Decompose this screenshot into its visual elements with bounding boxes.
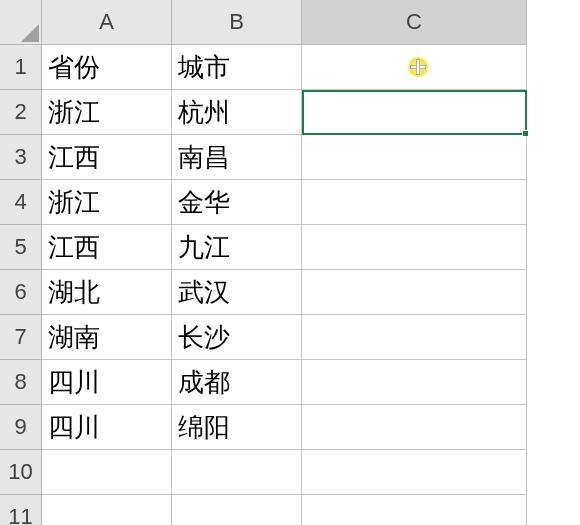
cell-a4[interactable]: 浙江	[42, 180, 172, 225]
cell-a5[interactable]: 江西	[42, 225, 172, 270]
cell-b11[interactable]	[172, 495, 302, 525]
cell-a11[interactable]	[42, 495, 172, 525]
row-header-5[interactable]: 5	[0, 225, 42, 270]
row-header-9[interactable]: 9	[0, 405, 42, 450]
row-header-7[interactable]: 7	[0, 315, 42, 360]
row-header-1[interactable]: 1	[0, 45, 42, 90]
cell-a2[interactable]: 浙江	[42, 90, 172, 135]
row-header-11[interactable]: 11	[0, 495, 42, 525]
cell-a8[interactable]: 四川	[42, 360, 172, 405]
cell-b1[interactable]: 城市	[172, 45, 302, 90]
cell-b2[interactable]: 杭州	[172, 90, 302, 135]
cell-a9[interactable]: 四川	[42, 405, 172, 450]
cell-c10[interactable]	[302, 450, 527, 495]
col-header-c[interactable]: C	[302, 0, 527, 45]
cell-c6[interactable]	[302, 270, 527, 315]
row-header-6[interactable]: 6	[0, 270, 42, 315]
cell-a1[interactable]: 省份	[42, 45, 172, 90]
row-header-8[interactable]: 8	[0, 360, 42, 405]
cell-b6[interactable]: 武汉	[172, 270, 302, 315]
cell-c1[interactable]	[302, 45, 527, 90]
cell-b8[interactable]: 成都	[172, 360, 302, 405]
cell-c8[interactable]	[302, 360, 527, 405]
cell-b9[interactable]: 绵阳	[172, 405, 302, 450]
cell-c2[interactable]	[302, 90, 527, 135]
cell-a6[interactable]: 湖北	[42, 270, 172, 315]
cell-b3[interactable]: 南昌	[172, 135, 302, 180]
row-header-4[interactable]: 4	[0, 180, 42, 225]
cell-a7[interactable]: 湖南	[42, 315, 172, 360]
cell-c5[interactable]	[302, 225, 527, 270]
cell-c9[interactable]	[302, 405, 527, 450]
cell-b10[interactable]	[172, 450, 302, 495]
cell-b4[interactable]: 金华	[172, 180, 302, 225]
cell-c7[interactable]	[302, 315, 527, 360]
cell-a10[interactable]	[42, 450, 172, 495]
row-header-10[interactable]: 10	[0, 450, 42, 495]
row-header-3[interactable]: 3	[0, 135, 42, 180]
cell-c4[interactable]	[302, 180, 527, 225]
cell-c3[interactable]	[302, 135, 527, 180]
cell-b7[interactable]: 长沙	[172, 315, 302, 360]
col-header-b[interactable]: B	[172, 0, 302, 45]
cell-c11[interactable]	[302, 495, 527, 525]
cell-a3[interactable]: 江西	[42, 135, 172, 180]
row-header-2[interactable]: 2	[0, 90, 42, 135]
spreadsheet-grid: A B C 1 省份 城市 2 浙江 杭州 3 江西 南昌 4 浙江 金华 5 …	[0, 0, 580, 525]
cell-b5[interactable]: 九江	[172, 225, 302, 270]
select-all-corner[interactable]	[0, 0, 42, 45]
col-header-a[interactable]: A	[42, 0, 172, 45]
